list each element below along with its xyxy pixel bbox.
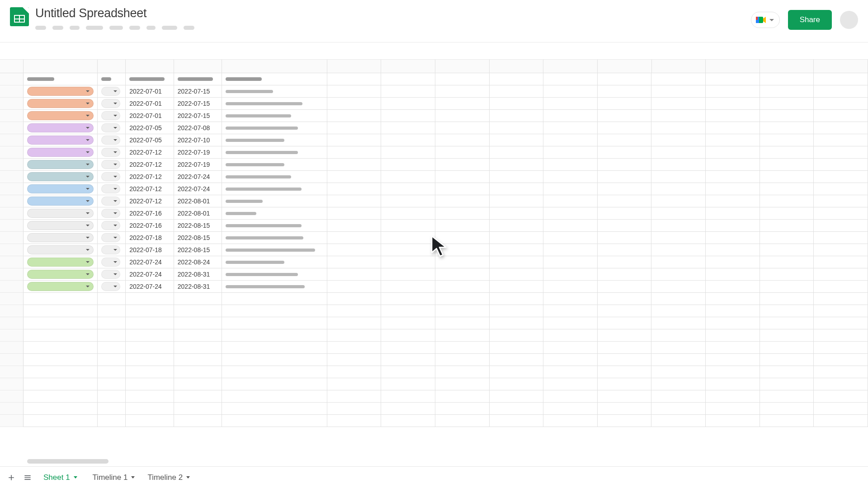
- cell[interactable]: [381, 378, 435, 390]
- cell[interactable]: [126, 390, 174, 403]
- cell[interactable]: [327, 403, 382, 415]
- cell[interactable]: [24, 85, 98, 98]
- status-dropdown[interactable]: [101, 258, 120, 267]
- cell[interactable]: [706, 98, 760, 110]
- cell[interactable]: [543, 268, 598, 281]
- cell[interactable]: [706, 378, 760, 390]
- cell[interactable]: [222, 159, 327, 171]
- cell[interactable]: [543, 342, 598, 354]
- row-header[interactable]: [0, 378, 24, 390]
- cell[interactable]: [814, 244, 868, 256]
- cell[interactable]: [706, 354, 760, 366]
- cell[interactable]: [490, 232, 544, 244]
- menu-item[interactable]: [86, 26, 103, 30]
- cell[interactable]: [381, 98, 435, 110]
- column-header[interactable]: [222, 60, 327, 73]
- cell[interactable]: [543, 159, 598, 171]
- cell[interactable]: [98, 305, 126, 317]
- cell[interactable]: [760, 232, 814, 244]
- status-dropdown[interactable]: [101, 172, 120, 181]
- cell[interactable]: [222, 146, 327, 159]
- cell[interactable]: [706, 403, 760, 415]
- cell[interactable]: [490, 256, 544, 268]
- cell[interactable]: [98, 317, 126, 329]
- cell[interactable]: 2022-07-05: [126, 122, 174, 134]
- cell[interactable]: [435, 305, 490, 317]
- cell[interactable]: [490, 134, 544, 146]
- cell[interactable]: [24, 403, 98, 415]
- cell[interactable]: [598, 390, 652, 403]
- cell[interactable]: [174, 293, 222, 305]
- cell[interactable]: [381, 403, 435, 415]
- cell[interactable]: [651, 98, 706, 110]
- cell[interactable]: [126, 305, 174, 317]
- cell[interactable]: [435, 171, 490, 183]
- cell[interactable]: [126, 354, 174, 366]
- row-header[interactable]: [0, 415, 24, 427]
- cell[interactable]: [222, 305, 327, 317]
- cell[interactable]: [24, 305, 98, 317]
- cell[interactable]: [24, 98, 98, 110]
- cell[interactable]: 2022-07-12: [126, 183, 174, 195]
- document-title[interactable]: Untitled Spreadsheet: [35, 5, 745, 20]
- cell[interactable]: [598, 207, 652, 220]
- cell[interactable]: [327, 354, 382, 366]
- cell[interactable]: [126, 403, 174, 415]
- cell[interactable]: [598, 317, 652, 329]
- cell[interactable]: [490, 98, 544, 110]
- cell[interactable]: [98, 220, 126, 232]
- cell[interactable]: 2022-07-18: [126, 232, 174, 244]
- category-dropdown[interactable]: [27, 197, 94, 206]
- cell[interactable]: [651, 305, 706, 317]
- category-dropdown[interactable]: [27, 111, 94, 120]
- cell[interactable]: [598, 403, 652, 415]
- row-header[interactable]: [0, 110, 24, 122]
- cell[interactable]: [435, 220, 490, 232]
- cell[interactable]: [381, 232, 435, 244]
- cell[interactable]: [435, 378, 490, 390]
- cell[interactable]: 2022-07-19: [174, 146, 222, 159]
- cell[interactable]: [24, 317, 98, 329]
- cell[interactable]: [651, 171, 706, 183]
- cell[interactable]: [98, 354, 126, 366]
- cell[interactable]: [814, 354, 868, 366]
- cell[interactable]: [814, 122, 868, 134]
- category-dropdown[interactable]: [27, 160, 94, 169]
- cell[interactable]: [490, 354, 544, 366]
- status-dropdown[interactable]: [101, 197, 120, 206]
- cell[interactable]: 2022-08-15: [174, 232, 222, 244]
- cell[interactable]: [24, 73, 98, 85]
- column-header[interactable]: [126, 60, 174, 73]
- cell[interactable]: [24, 134, 98, 146]
- cell[interactable]: [435, 354, 490, 366]
- cell[interactable]: [490, 342, 544, 354]
- meet-button[interactable]: [751, 12, 780, 28]
- row-header[interactable]: [0, 73, 24, 85]
- cell[interactable]: [174, 366, 222, 378]
- cell[interactable]: [760, 415, 814, 427]
- cell[interactable]: [435, 195, 490, 207]
- cell[interactable]: [543, 73, 598, 85]
- cell[interactable]: 2022-08-15: [174, 220, 222, 232]
- cell[interactable]: [98, 232, 126, 244]
- row-header[interactable]: [0, 317, 24, 329]
- cell[interactable]: [381, 293, 435, 305]
- cell[interactable]: [222, 171, 327, 183]
- cell[interactable]: [24, 256, 98, 268]
- cell[interactable]: [490, 159, 544, 171]
- cell[interactable]: [706, 134, 760, 146]
- category-dropdown[interactable]: [27, 258, 94, 267]
- cell[interactable]: [174, 390, 222, 403]
- cell[interactable]: [126, 366, 174, 378]
- cell[interactable]: [435, 85, 490, 98]
- cell[interactable]: [24, 232, 98, 244]
- cell[interactable]: [98, 134, 126, 146]
- cell[interactable]: [98, 73, 126, 85]
- cell[interactable]: [651, 183, 706, 195]
- cell[interactable]: [814, 293, 868, 305]
- cell[interactable]: [490, 403, 544, 415]
- cell[interactable]: [543, 366, 598, 378]
- cell[interactable]: [327, 415, 382, 427]
- cell[interactable]: [435, 146, 490, 159]
- column-header[interactable]: [706, 60, 760, 73]
